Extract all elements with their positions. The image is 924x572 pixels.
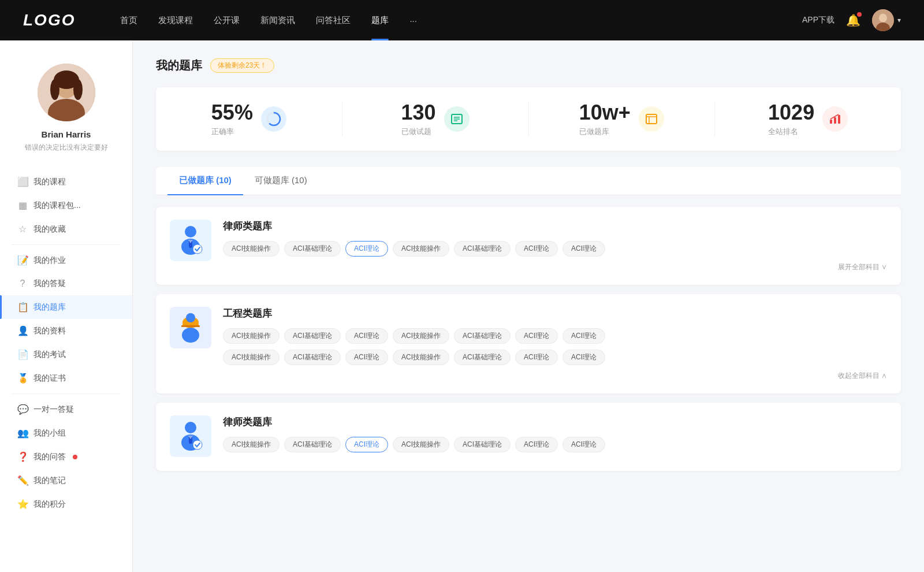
sidebar-label-notes: 我的笔记: [33, 476, 66, 486]
sidebar-item-my-courses[interactable]: ⬜ 我的课程: [0, 170, 132, 194]
sidebar-item-one-on-one[interactable]: 💬 一对一答疑: [0, 398, 132, 421]
sidebar-label-homework: 我的作业: [33, 255, 66, 266]
nav-discover[interactable]: 发现课程: [148, 0, 203, 40]
ltag2-6[interactable]: ACI理论: [562, 437, 605, 452]
etag-1[interactable]: ACI基础理论: [284, 328, 341, 344]
ltag2-5[interactable]: ACI理论: [515, 437, 558, 452]
sidebar-item-groups[interactable]: 👥 我的小组: [0, 421, 132, 445]
etag-8[interactable]: ACI基础理论: [284, 350, 341, 365]
etag-12[interactable]: ACI理论: [515, 350, 558, 365]
notification-dot: [857, 12, 862, 17]
etag-6[interactable]: ACI理论: [562, 328, 605, 344]
logo[interactable]: LOGO: [23, 11, 75, 29]
etag-5[interactable]: ACI理论: [515, 328, 558, 344]
tag-3[interactable]: ACI技能操作: [393, 241, 449, 257]
sidebar-item-notes[interactable]: ✏️ 我的笔记: [0, 469, 132, 492]
nav-open-course[interactable]: 公开课: [203, 0, 250, 40]
tag-4[interactable]: ACI基础理论: [454, 241, 511, 257]
top-navigation: LOGO 首页 发现课程 公开课 新闻资讯 问答社区 题库 ··· APP下载 …: [0, 0, 924, 40]
nav-links: 首页 发现课程 公开课 新闻资讯 问答社区 题库 ···: [110, 0, 802, 40]
banks-done-number: 10w+: [579, 101, 631, 124]
main-content: 我的题库 体验剩余23天！ 55% 正确率 130: [133, 40, 924, 572]
collapse-link-engineer[interactable]: 收起全部科目 ∧: [223, 371, 887, 381]
sidebar-item-question-bank[interactable]: 📋 我的题库: [0, 295, 132, 319]
questions-done-icon: [444, 106, 470, 132]
sidebar: Brian Harris 错误的决定比没有决定要好 ⬜ 我的课程 ▦ 我的课程包…: [0, 40, 133, 572]
sidebar-label-certificates: 我的证书: [33, 373, 66, 384]
sidebar-item-my-qa[interactable]: ❓ 我的问答: [0, 445, 132, 469]
tag-5[interactable]: ACI理论: [515, 241, 558, 257]
tab-available-banks[interactable]: 可做题库 (10): [243, 167, 319, 195]
stats-row: 55% 正确率 130 已做试题: [156, 87, 901, 151]
tag-6[interactable]: ACI理论: [562, 241, 605, 257]
sidebar-item-favorites[interactable]: ☆ 我的收藏: [0, 217, 132, 241]
banks-done-icon: [639, 106, 664, 132]
tag-0[interactable]: ACI技能操作: [223, 241, 280, 257]
questions-done-number: 130: [401, 101, 436, 124]
tags-row-engineer-2: ACI技能操作 ACI基础理论 ACI理论 ACI技能操作 ACI基础理论 AC…: [223, 350, 887, 365]
ltag2-1[interactable]: ACI基础理论: [284, 437, 341, 452]
sidebar-item-certificates[interactable]: 🏅 我的证书: [0, 366, 132, 390]
app-download-link[interactable]: APP下载: [802, 15, 834, 25]
etag-10[interactable]: ACI技能操作: [393, 350, 449, 365]
expand-link-lawyer-1[interactable]: 展开全部科目 ∨: [223, 262, 887, 272]
nav-more[interactable]: ···: [399, 0, 427, 40]
questions-done-label: 已做试题: [401, 127, 436, 137]
svg-point-21: [185, 226, 196, 237]
nav-question-bank[interactable]: 题库: [361, 0, 399, 40]
sidebar-label-my-qa: 我的问答: [33, 452, 66, 462]
profile-icon: 👤: [17, 325, 28, 336]
etag-2[interactable]: ACI理论: [345, 328, 388, 344]
ltag2-0[interactable]: ACI技能操作: [223, 437, 280, 452]
svg-point-25: [193, 244, 202, 254]
notes-icon: ✏️: [17, 475, 28, 486]
tabs-row: 已做题库 (10) 可做题库 (10): [156, 167, 901, 195]
etag-7[interactable]: ACI技能操作: [223, 350, 280, 365]
exams-icon: 📄: [17, 349, 28, 360]
bank-card-lawyer-2: 律师类题库 ACI技能操作 ACI基础理论 ACI理论 ACI技能操作 ACI基…: [156, 403, 901, 471]
sidebar-menu: ⬜ 我的课程 ▦ 我的课程包... ☆ 我的收藏 📝 我的作业 ? 我的答疑 📋: [0, 170, 132, 516]
accuracy-icon: [261, 106, 286, 132]
user-avatar-menu[interactable]: ▾: [872, 9, 901, 31]
sidebar-item-answers[interactable]: ? 我的答疑: [0, 272, 132, 295]
nav-home[interactable]: 首页: [110, 0, 148, 40]
sidebar-item-profile[interactable]: 👤 我的资料: [0, 319, 132, 343]
tag-1[interactable]: ACI基础理论: [284, 241, 341, 257]
sidebar-label-groups: 我的小组: [33, 428, 66, 439]
profile-name: Brian Harris: [42, 129, 91, 139]
bank-card-engineer: 工程类题库 ACI技能操作 ACI基础理论 ACI理论 ACI技能操作 ACI基…: [156, 294, 901, 393]
rank-number: 1029: [768, 101, 814, 124]
trial-badge: 体验剩余23天！: [210, 58, 274, 73]
etag-3[interactable]: ACI技能操作: [393, 328, 449, 344]
sidebar-item-points[interactable]: ⭐ 我的积分: [0, 492, 132, 516]
bank-card-lawyer-1: 律师类题库 ACI技能操作 ACI基础理论 ACI理论 ACI技能操作 ACI基…: [156, 207, 901, 285]
sidebar-item-exams[interactable]: 📄 我的考试: [0, 343, 132, 366]
stat-banks-done: 10w+ 已做题库: [529, 101, 716, 137]
sidebar-item-homework[interactable]: 📝 我的作业: [0, 248, 132, 272]
accuracy-number: 55%: [211, 101, 253, 124]
tags-row-lawyer-1: ACI技能操作 ACI基础理论 ACI理论 ACI技能操作 ACI基础理论 AC…: [223, 241, 887, 257]
bank-icon-lawyer-2: [170, 415, 211, 457]
etag-11[interactable]: ACI基础理论: [454, 350, 511, 365]
tab-done-banks[interactable]: 已做题库 (10): [167, 167, 243, 195]
tags-row-engineer-1: ACI技能操作 ACI基础理论 ACI理论 ACI技能操作 ACI基础理论 AC…: [223, 328, 887, 344]
svg-point-29: [186, 313, 195, 322]
notification-bell[interactable]: 🔔: [846, 13, 860, 27]
certificates-icon: 🏅: [17, 373, 28, 384]
sidebar-label-exams: 我的考试: [33, 350, 66, 360]
ltag2-3[interactable]: ACI技能操作: [393, 437, 449, 452]
homework-icon: 📝: [17, 255, 28, 266]
etag-9[interactable]: ACI理论: [345, 350, 388, 365]
etag-0[interactable]: ACI技能操作: [223, 328, 280, 344]
nav-qa[interactable]: 问答社区: [305, 0, 361, 40]
nav-news[interactable]: 新闻资讯: [250, 0, 305, 40]
sidebar-item-course-packages[interactable]: ▦ 我的课程包...: [0, 194, 132, 217]
etag-13[interactable]: ACI理论: [562, 350, 605, 365]
sidebar-label-one-on-one: 一对一答疑: [33, 404, 74, 415]
sidebar-label-points: 我的积分: [33, 499, 66, 510]
nav-right: APP下载 🔔 ▾: [802, 9, 901, 31]
tag-2-selected[interactable]: ACI理论: [345, 241, 388, 257]
ltag2-2-selected[interactable]: ACI理论: [345, 437, 388, 452]
etag-4[interactable]: ACI基础理论: [454, 328, 511, 344]
ltag2-4[interactable]: ACI基础理论: [454, 437, 511, 452]
